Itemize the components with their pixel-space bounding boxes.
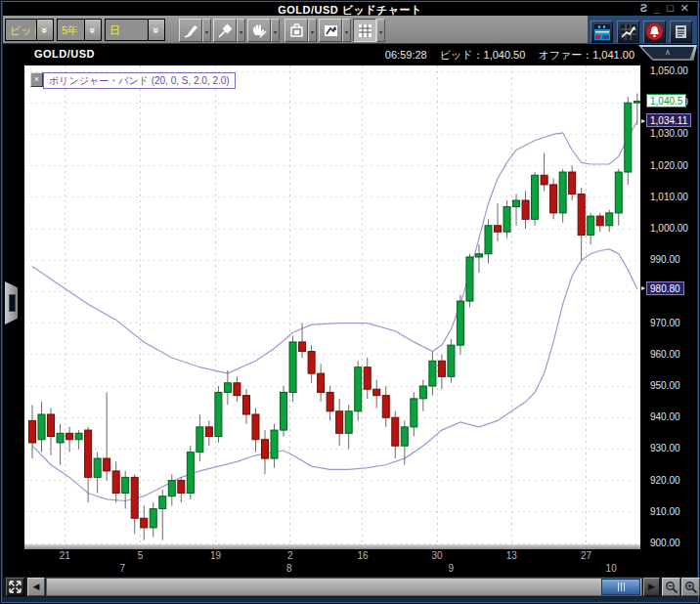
x-axis-day-label: 13 <box>500 550 523 561</box>
window-controls: Ƨ _ □ ✕ <box>640 2 689 15</box>
scrollbar-track[interactable] <box>46 578 642 596</box>
upper-band-marker: ▸1,034.11 <box>641 113 691 127</box>
period-dropdown[interactable]: 日 » <box>105 19 165 41</box>
snapshot-button[interactable] <box>319 19 342 42</box>
period-value: 日 <box>106 20 148 40</box>
scroll-right-button[interactable]: ▶ <box>643 578 660 596</box>
x-axis-month-label: 10 <box>599 563 623 574</box>
print-menu-arrow[interactable]: ▾ <box>308 19 317 42</box>
close-button[interactable]: ✕ <box>680 2 689 15</box>
y-axis-tick-label: 930.00 <box>650 443 680 453</box>
shade-button[interactable]: Ƨ <box>640 2 647 15</box>
bell-icon <box>645 22 664 41</box>
y-axis-tick-label: 940.00 <box>650 411 680 422</box>
y-axis-tick-label: 950.00 <box>650 380 680 391</box>
hand-icon <box>250 22 268 39</box>
x-axis-day-label: 2 <box>279 550 302 561</box>
chart-window-button[interactable] <box>617 21 639 43</box>
chevron-down-icon[interactable]: » <box>148 20 164 40</box>
fit-chart-button[interactable] <box>6 578 24 596</box>
x-axis-month-label: 7 <box>110 563 134 574</box>
marker-arrow-icon: ▸ <box>641 283 645 292</box>
data-table-menu-arrow[interactable]: ▾ <box>376 19 385 42</box>
chart-icon <box>620 23 637 41</box>
minimize-button[interactable]: _ <box>654 2 660 15</box>
line-draw-menu-arrow[interactable]: ▾ <box>202 19 211 42</box>
alerts-button[interactable] <box>643 21 666 43</box>
quotes-window-button[interactable] <box>591 21 613 43</box>
quote-bid: ビッド：1,040.50 <box>440 49 526 61</box>
chart-scrollbar: ◀ ▶ <box>3 577 697 597</box>
lower-band-marker: ▸980.80 <box>641 281 684 295</box>
range-dropdown[interactable]: 5年 » <box>57 19 102 41</box>
arrow-right-icon: ▶ <box>648 582 655 591</box>
pencil-icon <box>183 22 199 39</box>
y-axis-tick-label: 990.00 <box>650 254 680 265</box>
x-axis-day-label: 27 <box>574 550 597 561</box>
expand-arrows-icon <box>9 581 22 593</box>
y-axis-tick-label: 960.00 <box>650 349 680 360</box>
y-axis[interactable]: 1,050.001,040.001,030.001,020.001,010.00… <box>640 44 697 577</box>
quotes-board-icon <box>593 23 611 41</box>
toolbar: ビッド » 5年 » 日 » ▾ <box>3 16 588 44</box>
plot-bottom-edge <box>24 544 640 549</box>
price-type-dropdown[interactable]: ビッド » <box>5 19 54 41</box>
chart-window: GOLD/USD ビッドチャート Ƨ _ □ ✕ ビッド » 5年 » 日 » <box>0 0 700 604</box>
title-bar[interactable]: GOLD/USD ビッドチャート Ƨ _ □ ✕ <box>3 2 697 16</box>
price-type-value: ビッド <box>6 20 36 40</box>
zoom-out-icon <box>665 581 678 594</box>
window-shortcut-icons <box>591 21 692 43</box>
data-table-button[interactable] <box>353 19 376 42</box>
legend-close-button[interactable]: × <box>30 72 43 87</box>
arrow-left-icon: ◀ <box>33 582 40 591</box>
draw-tools-group: ▾ ▾ ▾ <box>179 19 282 42</box>
x-axis-days: 21519216301327 <box>24 550 640 562</box>
pin-button[interactable] <box>213 19 237 42</box>
quote-offer: オファー：1,041.00 <box>538 49 634 61</box>
y-axis-tick-label: 920.00 <box>650 475 680 486</box>
scrollbar-thumb[interactable] <box>601 579 640 595</box>
x-axis-day-label: 16 <box>351 550 374 561</box>
x-axis-month-label: 9 <box>439 563 462 574</box>
snapshot-icon <box>323 22 339 39</box>
snapshot-menu-arrow[interactable]: ▾ <box>342 19 351 42</box>
chart-region: GOLD/USD 06:59:28 ビッド：1,040.50 オファー：1,04… <box>3 44 697 577</box>
zoom-out-button[interactable] <box>662 578 680 596</box>
hand-draw-button[interactable] <box>247 19 271 42</box>
y-axis-tick-label: 1,010.00 <box>650 192 688 202</box>
x-axis-day-label: 30 <box>425 550 449 561</box>
table-grid-icon <box>357 22 373 39</box>
y-axis-tick-label: 1,020.00 <box>650 160 688 171</box>
side-panel-grip[interactable] <box>5 280 18 325</box>
y-axis-tick-label: 970.00 <box>650 318 680 328</box>
candlestick-chart[interactable] <box>24 65 640 544</box>
zoom-in-icon <box>684 581 698 594</box>
pushpin-icon <box>217 22 234 39</box>
quote-time: 06:59:28 <box>385 49 427 61</box>
zoom-in-button[interactable] <box>681 578 700 596</box>
y-axis-tick-label: 1,030.00 <box>650 128 688 139</box>
scroll-left-button[interactable]: ◀ <box>27 578 45 596</box>
output-tools-group: ▾ ▾ ▾ <box>284 19 387 42</box>
report-page-icon <box>673 23 689 40</box>
legend-label: ボリンジャー・バンド (20, 0, S, 2.0, 2.0) <box>43 72 236 89</box>
y-axis-tick-label: 1,000.00 <box>650 223 688 234</box>
chevron-down-icon[interactable]: » <box>36 20 53 40</box>
marker-arrow-icon: ▸ <box>641 116 645 125</box>
grip-hole <box>9 294 16 312</box>
plot-area[interactable] <box>24 65 640 544</box>
pin-menu-arrow[interactable]: ▾ <box>237 19 245 42</box>
reports-button[interactable] <box>670 21 692 43</box>
line-draw-button[interactable] <box>179 19 202 42</box>
x-axis-day-label: 5 <box>128 550 152 561</box>
hand-draw-menu-arrow[interactable]: ▾ <box>271 19 280 42</box>
quote-strip: 06:59:28 ビッド：1,040.50 オファー：1,041.00 <box>375 48 634 63</box>
printer-icon <box>288 22 305 39</box>
print-button[interactable] <box>284 19 308 42</box>
chevron-down-icon[interactable]: » <box>84 20 101 40</box>
x-axis-months: 78910 <box>24 563 640 575</box>
maximize-button[interactable]: □ <box>667 2 674 15</box>
y-axis-tick-label: 1,050.00 <box>650 65 688 76</box>
current-price-marker: 1,040.5 <box>646 94 686 108</box>
x-axis-month-label: 8 <box>278 563 301 574</box>
